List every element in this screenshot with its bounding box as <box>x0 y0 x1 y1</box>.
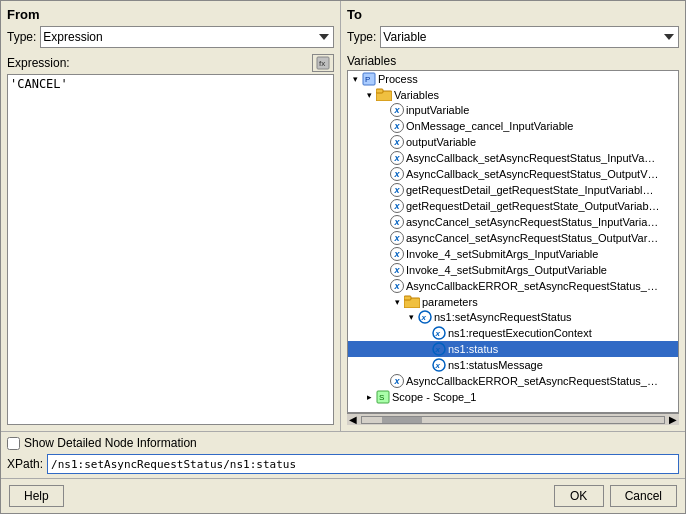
tree-item[interactable]: ▸ S Scope - Scope_1 <box>348 389 678 405</box>
tree-item[interactable]: xInvoke_4_setSubmitArgs_InputVariable <box>348 246 678 262</box>
expression-label: Expression: <box>7 56 70 70</box>
xpath-input[interactable] <box>47 454 679 474</box>
tree-item-label: Scope - Scope_1 <box>392 391 476 403</box>
svg-text:x: x <box>421 313 427 322</box>
tree-item-label: AsyncCallbackERROR_setAsyncRequestStatus… <box>406 375 658 387</box>
help-button[interactable]: Help <box>9 485 64 507</box>
scrollbar-thumb <box>382 417 422 423</box>
tree-item[interactable]: x ns1:statusMessage <box>348 357 678 373</box>
tree-item-label: AsyncCallback_setAsyncRequestStatus_Outp… <box>406 168 659 180</box>
xpath-label: XPath: <box>7 457 43 471</box>
tree-item[interactable]: xgetRequestDetail_getRequestState_InputV… <box>348 182 678 198</box>
tree-item[interactable]: xasyncCancel_setAsyncRequestStatus_Outpu… <box>348 230 678 246</box>
tree-item[interactable]: x ns1:status <box>348 341 678 357</box>
tree-item[interactable]: xgetRequestDetail_getRequestState_Output… <box>348 198 678 214</box>
to-type-select[interactable]: Variable <box>380 26 679 48</box>
tree-item-label: Process <box>378 73 418 85</box>
tree-item[interactable]: xAsyncCallback_setAsyncRequestStatus_Out… <box>348 166 678 182</box>
tree-item-label: inputVariable <box>406 104 469 116</box>
svg-text:fx: fx <box>319 59 325 68</box>
footer: Help OK Cancel <box>1 478 685 513</box>
tree-item-label: outputVariable <box>406 136 476 148</box>
tree-item[interactable]: xAsyncCallback_setAsyncRequestStatus_Inp… <box>348 150 678 166</box>
tree-item-label: asyncCancel_setAsyncRequestStatus_Output… <box>406 232 658 244</box>
tree-item-label: ns1:status <box>448 343 498 355</box>
from-type-select[interactable]: Expression <box>40 26 334 48</box>
variables-label: Variables <box>347 54 679 68</box>
tree-item[interactable]: xinputVariable <box>348 102 678 118</box>
tree-item-label: Invoke_4_setSubmitArgs_OutputVariable <box>406 264 607 276</box>
show-detail-checkbox[interactable] <box>7 437 20 450</box>
to-panel: To Type: Variable Variables ▾ P Process▾… <box>341 1 685 431</box>
scroll-left-button[interactable]: ◀ <box>347 414 359 425</box>
calc-button[interactable]: fx <box>312 54 334 72</box>
tree-item[interactable]: xOnMessage_cancel_InputVariable <box>348 118 678 134</box>
tree-item[interactable]: ▾ parameters <box>348 294 678 309</box>
tree-item-label: ns1:requestExecutionContext <box>448 327 592 339</box>
tree-item-label: ns1:setAsyncRequestStatus <box>434 311 572 323</box>
tree-item-label: getRequestDetail_getRequestState_InputVa… <box>406 184 653 196</box>
from-type-label: Type: <box>7 30 36 44</box>
svg-rect-5 <box>376 89 383 93</box>
scrollbar-track <box>361 416 665 424</box>
tree-item-label: AsyncCallbackERROR_setAsyncRequestStatus… <box>406 280 658 292</box>
tree-item[interactable]: xAsyncCallbackERROR_setAsyncRequestStatu… <box>348 278 678 294</box>
ok-button[interactable]: OK <box>554 485 604 507</box>
tree-item[interactable]: x ns1:requestExecutionContext <box>348 325 678 341</box>
tree-item-label: asyncCancel_setAsyncRequestStatus_InputV… <box>406 216 658 228</box>
show-detail-label[interactable]: Show Detailed Node Information <box>24 436 197 450</box>
svg-text:x: x <box>435 345 441 354</box>
tree-item[interactable]: ▾ Variables <box>348 87 678 102</box>
tree-item-label: parameters <box>422 296 478 308</box>
tree-item[interactable]: xInvoke_4_setSubmitArgs_OutputVariable <box>348 262 678 278</box>
expression-textarea[interactable]: 'CANCEL' <box>7 74 334 425</box>
from-panel: From Type: Expression Expression: fx <box>1 1 341 431</box>
from-title: From <box>7 7 334 22</box>
tree-item[interactable]: ▾ P Process <box>348 71 678 87</box>
tree-item-label: OnMessage_cancel_InputVariable <box>406 120 573 132</box>
tree-item[interactable]: xAsyncCallbackERROR_setAsyncRequestStatu… <box>348 373 678 389</box>
tree-item[interactable]: xasyncCancel_setAsyncRequestStatus_Input… <box>348 214 678 230</box>
tree-item-label: Variables <box>394 89 439 101</box>
horizontal-scrollbar[interactable]: ◀ ▶ <box>347 413 679 425</box>
tree-item-label: getRequestDetail_getRequestState_OutputV… <box>406 200 660 212</box>
svg-text:P: P <box>365 75 370 84</box>
tree-item[interactable]: ▾ x ns1:setAsyncRequestStatus <box>348 309 678 325</box>
footer-right: OK Cancel <box>554 485 677 507</box>
tree-item-label: Invoke_4_setSubmitArgs_InputVariable <box>406 248 598 260</box>
svg-text:S: S <box>379 393 384 402</box>
to-title: To <box>347 7 679 22</box>
svg-text:x: x <box>435 361 441 370</box>
bottom-section: Show Detailed Node Information XPath: <box>1 431 685 478</box>
cancel-button[interactable]: Cancel <box>610 485 677 507</box>
to-type-label: Type: <box>347 30 376 44</box>
tree-item-label: ns1:statusMessage <box>448 359 543 371</box>
tree-item[interactable]: xoutputVariable <box>348 134 678 150</box>
svg-text:x: x <box>435 329 441 338</box>
variable-tree[interactable]: ▾ P Process▾ VariablesxinputVariablexOnM… <box>347 70 679 413</box>
scroll-right-button[interactable]: ▶ <box>667 414 679 425</box>
svg-rect-7 <box>404 296 411 300</box>
tree-item-label: AsyncCallback_setAsyncRequestStatus_Inpu… <box>406 152 655 164</box>
